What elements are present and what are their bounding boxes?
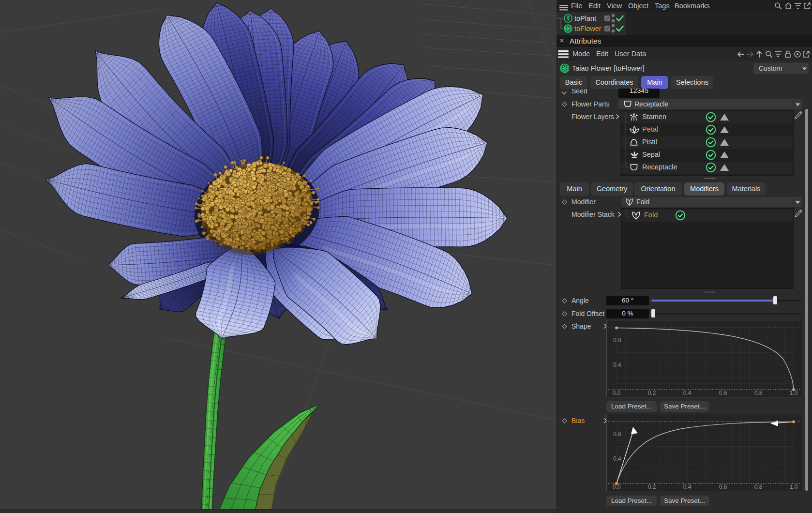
svg-text:0.4: 0.4 [683, 483, 692, 490]
svg-text:0.6: 0.6 [719, 390, 727, 396]
svg-text:0.4: 0.4 [613, 362, 621, 368]
svg-text:0.8: 0.8 [613, 431, 621, 438]
svg-text:0.4: 0.4 [613, 455, 621, 462]
svg-text:0.4: 0.4 [683, 390, 692, 396]
svg-text:0.8: 0.8 [613, 337, 621, 344]
svg-text:0.6: 0.6 [719, 483, 727, 490]
svg-text:0.2: 0.2 [648, 390, 656, 396]
svg-text:0.2: 0.2 [648, 483, 656, 490]
svg-text:0.8: 0.8 [754, 390, 763, 396]
svg-text:1.0: 1.0 [790, 483, 798, 490]
svg-text:0.8: 0.8 [754, 483, 763, 490]
svg-text:0.0: 0.0 [613, 390, 621, 396]
